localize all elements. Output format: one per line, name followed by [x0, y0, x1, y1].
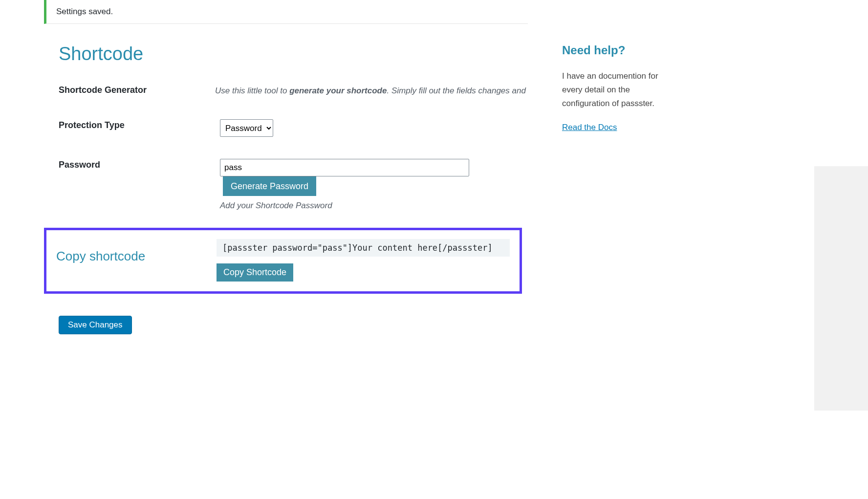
- copy-shortcode-label: Copy shortcode: [56, 249, 145, 263]
- section-title: Shortcode: [59, 43, 528, 65]
- copy-shortcode-box: Copy shortcode [passster password="pass"…: [44, 228, 522, 294]
- notice-text: Settings saved.: [56, 7, 113, 16]
- password-label: Password: [59, 160, 100, 170]
- password-input[interactable]: [220, 159, 469, 176]
- help-title: Need help?: [562, 43, 665, 57]
- read-docs-link[interactable]: Read the Docs: [562, 123, 617, 132]
- protection-type-select[interactable]: Password: [220, 119, 273, 137]
- help-text: I have an documention for every detail o…: [562, 69, 665, 110]
- generate-password-button[interactable]: Generate Password: [223, 176, 316, 196]
- save-changes-button[interactable]: Save Changes: [59, 316, 132, 334]
- right-sidebar-bg: [814, 166, 868, 334]
- generator-description: Use this little tool to generate your sh…: [215, 84, 528, 97]
- settings-saved-notice: Settings saved.: [44, 0, 528, 24]
- shortcode-output: [passster password="pass"]Your content h…: [217, 239, 510, 257]
- shortcode-generator-label: Shortcode Generator: [59, 85, 147, 95]
- protection-type-label: Protection Type: [59, 120, 125, 130]
- copy-shortcode-button[interactable]: Copy Shortcode: [217, 263, 293, 282]
- password-hint: Add your Shortcode Password: [220, 201, 528, 211]
